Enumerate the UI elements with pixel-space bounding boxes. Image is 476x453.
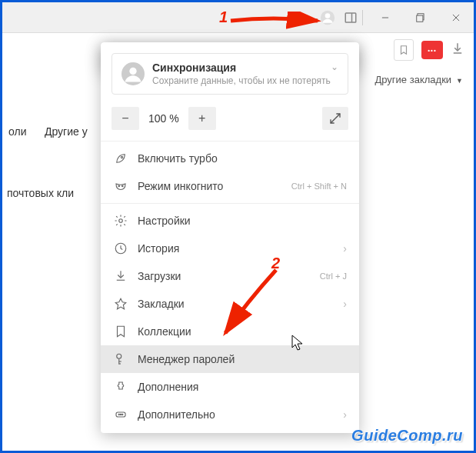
sidebar-toggle-icon[interactable] xyxy=(339,6,362,29)
svg-point-18 xyxy=(121,156,122,158)
chevron-right-icon: › xyxy=(343,408,347,421)
minimize-button[interactable] xyxy=(368,3,403,32)
bookmark-flag-icon[interactable] xyxy=(394,39,414,61)
menu-item-turbo[interactable]: Включить турбо xyxy=(101,145,359,172)
chevron-down-icon: ⌄ xyxy=(331,62,338,72)
other-bookmarks-button[interactable]: Другие закладки▼ xyxy=(374,74,463,85)
rocket-icon xyxy=(113,151,128,166)
svg-point-1 xyxy=(325,13,331,18)
download-icon[interactable] xyxy=(451,42,464,58)
menu-item-label: Дополнения xyxy=(138,381,198,393)
svg-rect-2 xyxy=(345,13,356,22)
divider xyxy=(101,203,359,204)
chevron-right-icon: › xyxy=(343,242,347,255)
menu-item-bookmarks[interactable]: Закладки › xyxy=(101,290,359,318)
main-menu-dropdown: Синхронизация Сохраните данные, чтобы их… xyxy=(101,42,359,433)
menu-item-label: Закладки xyxy=(138,298,185,310)
menu-item-incognito[interactable]: Режим инкогнито Ctrl + Shift + N xyxy=(101,172,359,200)
avatar-icon xyxy=(121,62,145,85)
svg-point-33 xyxy=(122,414,123,415)
chevron-right-icon: › xyxy=(343,298,347,310)
maximize-button[interactable] xyxy=(403,3,438,32)
menu-item-label: Дополнительно xyxy=(138,408,215,421)
mask-icon xyxy=(113,178,128,194)
annotation-number: 2 xyxy=(271,255,280,272)
menu-item-more[interactable]: Дополнительно › xyxy=(101,401,359,428)
fullscreen-button[interactable] xyxy=(322,107,348,130)
shortcut-label: Ctrl + Shift + N xyxy=(291,182,347,191)
menu-item-label: Менеджер паролей xyxy=(138,353,235,365)
gear-icon xyxy=(113,213,128,228)
chevron-down-icon: ▼ xyxy=(456,77,463,85)
extension-badge[interactable]: ••• xyxy=(421,41,443,59)
background-text: почтовых кли xyxy=(7,187,74,199)
background-text: оли xyxy=(8,125,26,138)
svg-marker-25 xyxy=(115,298,126,309)
menu-item-label: Включить турбо xyxy=(138,152,218,165)
download-icon xyxy=(113,268,128,284)
svg-point-31 xyxy=(118,414,119,415)
menu-item-downloads[interactable]: Загрузки Ctrl + J xyxy=(101,262,359,290)
close-button[interactable] xyxy=(438,3,474,32)
svg-point-32 xyxy=(120,414,121,415)
zoom-value: 100 % xyxy=(145,112,182,125)
svg-line-16 xyxy=(335,114,340,118)
divider xyxy=(101,141,359,142)
window-titlebar xyxy=(2,2,474,33)
mouse-cursor-icon xyxy=(291,335,305,355)
zoom-out-button[interactable]: − xyxy=(112,107,139,130)
menu-item-label: Настройки xyxy=(138,215,191,227)
clock-icon xyxy=(113,241,128,256)
puzzle-icon xyxy=(113,379,128,395)
svg-point-26 xyxy=(117,354,121,358)
menu-item-password-manager[interactable]: Менеджер паролей xyxy=(101,345,359,373)
svg-point-20 xyxy=(122,185,124,187)
separator xyxy=(362,10,363,25)
annotation-number: 1 xyxy=(219,8,228,26)
menu-item-label: Загрузки xyxy=(138,270,181,282)
menu-item-settings[interactable]: Настройки xyxy=(101,207,359,235)
svg-rect-9 xyxy=(417,15,423,22)
zoom-controls: − 100 % + xyxy=(101,104,359,138)
key-icon xyxy=(113,351,128,367)
sync-subtitle: Сохраните данные, чтобы их не потерять xyxy=(152,75,331,86)
menu-item-label: Режим инкогнито xyxy=(138,180,223,192)
watermark: GuideComp.ru xyxy=(351,427,463,445)
svg-line-17 xyxy=(331,118,335,123)
svg-point-15 xyxy=(129,68,136,75)
shortcut-label: Ctrl + J xyxy=(320,271,347,281)
profile-icon[interactable] xyxy=(316,6,339,29)
menu-item-addons[interactable]: Дополнения xyxy=(101,373,359,401)
background-text: Другие у xyxy=(45,125,88,138)
flag-icon xyxy=(113,324,128,339)
svg-point-21 xyxy=(119,219,123,223)
menu-item-label: История xyxy=(138,242,179,255)
dots-icon xyxy=(113,407,128,422)
zoom-in-button[interactable]: + xyxy=(188,107,216,130)
svg-point-19 xyxy=(118,185,120,187)
menu-item-collections[interactable]: Коллекции xyxy=(101,318,359,345)
sync-title: Синхронизация xyxy=(152,62,331,74)
sync-box[interactable]: Синхронизация Сохраните данные, чтобы их… xyxy=(112,53,348,95)
menu-item-history[interactable]: История › xyxy=(101,235,359,262)
menu-item-label: Коллекции xyxy=(138,325,191,338)
star-icon xyxy=(113,296,128,311)
